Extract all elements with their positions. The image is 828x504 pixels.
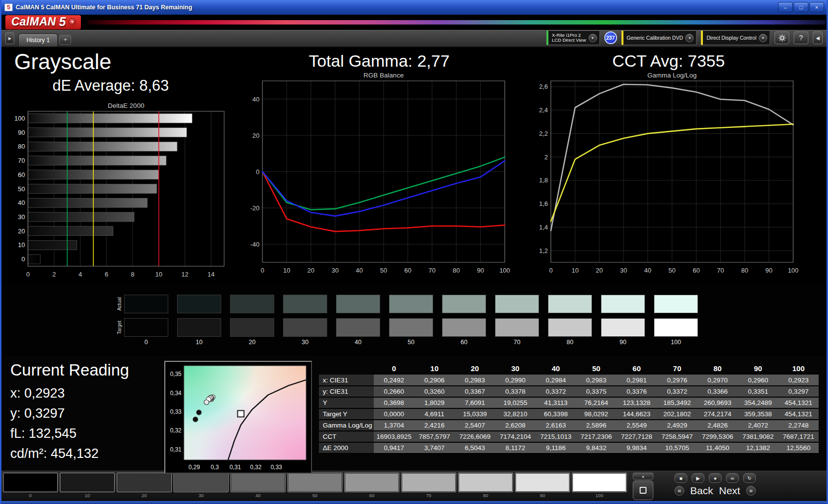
pattern-patch[interactable] bbox=[572, 473, 627, 492]
next-chevron-icon[interactable]: » bbox=[746, 486, 756, 496]
continuous-button[interactable]: ∞ bbox=[726, 473, 739, 483]
table-row: Target Y0,00004,691115,033932,821060,339… bbox=[319, 408, 819, 420]
table-cell: 4,6911 bbox=[414, 408, 454, 420]
svg-text:0,33: 0,33 bbox=[170, 408, 182, 415]
close-button[interactable]: × bbox=[809, 2, 824, 12]
svg-text:DeltaE 2000: DeltaE 2000 bbox=[108, 102, 144, 109]
calman-logo[interactable]: CalMAN 5 ▼ bbox=[5, 15, 81, 29]
table-cell: 0,3372 bbox=[536, 386, 576, 397]
pattern-swatch-0[interactable]: 0 bbox=[3, 473, 58, 499]
chevron-down-icon[interactable]: ▼ bbox=[589, 34, 597, 42]
pattern-patch[interactable] bbox=[117, 473, 172, 492]
table-row-label: Target Y bbox=[319, 408, 374, 420]
pattern-window-button[interactable] bbox=[633, 480, 653, 500]
target-swatch-100 bbox=[654, 318, 698, 337]
pattern-swatch-50[interactable]: 50 bbox=[287, 473, 342, 499]
pattern-patch[interactable] bbox=[231, 473, 285, 492]
pattern-swatch-100[interactable]: 100 bbox=[572, 473, 627, 499]
table-cell: 7687,1721 bbox=[778, 431, 819, 442]
back-button[interactable]: Back bbox=[690, 485, 713, 497]
pattern-level-label: 50 bbox=[287, 492, 342, 499]
pattern-patch[interactable] bbox=[3, 473, 58, 492]
pattern-window-icon bbox=[640, 487, 647, 494]
swatch-level-label: 100 bbox=[654, 337, 698, 348]
loop-button[interactable]: ↻ bbox=[743, 473, 756, 483]
maximize-button[interactable]: □ bbox=[794, 2, 808, 12]
play-button[interactable]: ▶ bbox=[692, 473, 704, 483]
table-cell: 7215,1013 bbox=[536, 431, 576, 442]
svg-text:0,35: 0,35 bbox=[170, 371, 182, 378]
help-button[interactable]: ? bbox=[794, 31, 808, 44]
svg-text:8: 8 bbox=[131, 271, 134, 278]
title-bar[interactable]: 5 CalMAN 5 CalMAN Ultimate for Business … bbox=[1, 0, 827, 15]
window-title: CalMAN 5 CalMAN Ultimate for Business 71… bbox=[16, 4, 192, 11]
svg-text:20: 20 bbox=[253, 132, 259, 139]
pattern-level-label: 80 bbox=[458, 492, 513, 499]
settings-button[interactable] bbox=[775, 31, 789, 44]
table-cell: 7174,2104 bbox=[495, 431, 535, 442]
meter-selector[interactable]: X-Rite i1Pro 2 LCD Direct View ▼ bbox=[546, 30, 600, 45]
pattern-swatch-80[interactable]: 80 bbox=[458, 473, 513, 499]
source-selector[interactable]: Generic Calibration DVD ▼ bbox=[621, 30, 697, 45]
panel-toggle-button[interactable]: ▶ bbox=[5, 32, 14, 44]
grayscale-swatch-strip: Actual Target 0102030405060708090100 bbox=[1, 285, 827, 356]
table-col-header: 0 bbox=[374, 362, 414, 375]
pattern-swatch-40[interactable]: 40 bbox=[231, 473, 285, 499]
actual-swatch-100 bbox=[654, 295, 698, 313]
swatch-level-label: 60 bbox=[442, 337, 486, 348]
app-icon: 5 bbox=[4, 3, 13, 11]
target-swatch-70 bbox=[495, 318, 539, 337]
table-cell: 60,3398 bbox=[536, 408, 576, 420]
table-cell: 6,5043 bbox=[455, 442, 495, 454]
svg-text:30: 30 bbox=[620, 267, 627, 274]
svg-text:0,29: 0,29 bbox=[188, 464, 200, 471]
target-swatch-50 bbox=[389, 318, 433, 337]
add-tab-button[interactable]: + bbox=[59, 35, 71, 45]
svg-text:0,3: 0,3 bbox=[210, 464, 219, 471]
pattern-up-button[interactable]: ▲ bbox=[633, 473, 653, 479]
pattern-patch[interactable] bbox=[60, 473, 115, 492]
chevron-down-icon[interactable]: ▼ bbox=[685, 34, 694, 42]
chevron-down-icon[interactable]: ▼ bbox=[69, 18, 76, 25]
pattern-patch[interactable] bbox=[174, 473, 229, 492]
pattern-patch[interactable] bbox=[458, 473, 513, 492]
next-button[interactable]: Next bbox=[719, 485, 740, 497]
swatch-level-label: 90 bbox=[601, 337, 645, 348]
svg-text:0: 0 bbox=[260, 267, 264, 274]
swatch-column-30: 30 bbox=[283, 295, 327, 356]
svg-text:0: 0 bbox=[26, 271, 29, 278]
pattern-patch[interactable] bbox=[344, 473, 399, 492]
pattern-patch[interactable] bbox=[287, 473, 342, 492]
svg-text:100: 100 bbox=[14, 115, 25, 122]
logo-brand-text: CalMAN bbox=[11, 15, 56, 28]
svg-text:0,32: 0,32 bbox=[250, 464, 262, 471]
table-cell: 7857,5797 bbox=[414, 431, 454, 442]
tab-history-1[interactable]: History 1 bbox=[18, 33, 58, 47]
display-control-selector[interactable]: Direct Display Control ▼ bbox=[701, 30, 770, 45]
pattern-swatch-60[interactable]: 60 bbox=[344, 473, 399, 499]
collapse-panel-button[interactable]: ◀ bbox=[813, 31, 823, 44]
cct-average-readout: CCT Avg: 7355 bbox=[536, 51, 801, 71]
table-cell: 354,2489 bbox=[738, 397, 778, 408]
chevron-down-icon[interactable]: ▼ bbox=[759, 34, 767, 42]
pattern-patch[interactable] bbox=[515, 473, 570, 492]
pattern-swatch-10[interactable]: 10 bbox=[60, 473, 115, 499]
stop-button[interactable]: ■ bbox=[674, 473, 687, 483]
pattern-patch[interactable] bbox=[401, 473, 456, 492]
record-button[interactable]: ● bbox=[709, 473, 722, 483]
table-col-header: 80 bbox=[698, 362, 738, 375]
svg-text:30: 30 bbox=[332, 267, 338, 274]
tab-label: History 1 bbox=[26, 37, 50, 44]
table-col-header: 50 bbox=[576, 362, 616, 375]
swatch-column-0: 0 bbox=[124, 295, 168, 356]
back-chevron-icon[interactable]: « bbox=[674, 486, 684, 496]
table-cell: 2,5896 bbox=[576, 420, 616, 431]
de-average-readout: dE Average: 8,63 bbox=[52, 77, 169, 95]
pattern-swatch-20[interactable]: 20 bbox=[117, 473, 172, 499]
pattern-swatch-70[interactable]: 70 bbox=[401, 473, 456, 499]
table-cell: 0,3376 bbox=[617, 386, 657, 397]
minimize-button[interactable]: – bbox=[778, 2, 793, 12]
pattern-swatch-90[interactable]: 90 bbox=[515, 473, 570, 499]
window-bottom-edge bbox=[1, 501, 827, 504]
pattern-swatch-30[interactable]: 30 bbox=[174, 473, 229, 499]
